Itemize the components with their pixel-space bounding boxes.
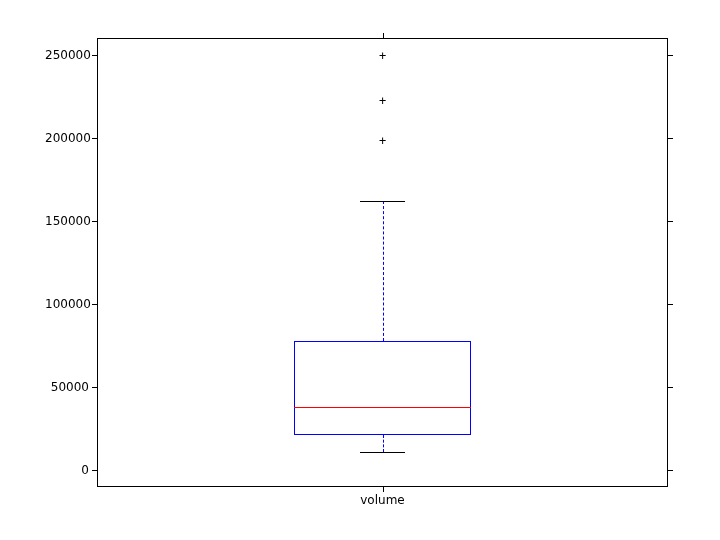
boxplot-outlier: + [379, 135, 386, 147]
y-tick-mark [668, 387, 673, 388]
y-tick-mark [668, 55, 673, 56]
y-tick-mark [668, 221, 673, 222]
y-tick-label: 200000 [45, 131, 89, 145]
y-tick-mark [92, 470, 97, 471]
y-tick-label: 50000 [45, 380, 89, 394]
y-tick-mark [92, 138, 97, 139]
boxplot-median [294, 407, 471, 408]
figure: 0 50000 100000 150000 200000 250000 volu… [0, 0, 720, 540]
y-tick-mark [668, 470, 673, 471]
boxplot-cap-upper [360, 201, 406, 202]
y-tick-mark [92, 304, 97, 305]
boxplot-whisker-upper [383, 201, 384, 341]
y-tick-label: 100000 [45, 297, 89, 311]
x-tick-label: volume [360, 493, 404, 507]
boxplot-cap-lower [360, 452, 406, 453]
y-tick-mark [92, 387, 97, 388]
boxplot-whisker-lower [383, 435, 384, 452]
y-tick-mark [92, 55, 97, 56]
boxplot-outlier: + [379, 50, 386, 62]
y-tick-mark [668, 304, 673, 305]
y-tick-mark [668, 138, 673, 139]
y-tick-label: 250000 [45, 48, 89, 62]
y-tick-mark [92, 221, 97, 222]
x-tick-mark [383, 33, 384, 38]
x-tick-mark [383, 487, 384, 492]
boxplot-outlier: + [379, 95, 386, 107]
y-tick-label: 0 [45, 463, 89, 477]
boxplot-box [294, 341, 471, 436]
y-tick-label: 150000 [45, 214, 89, 228]
